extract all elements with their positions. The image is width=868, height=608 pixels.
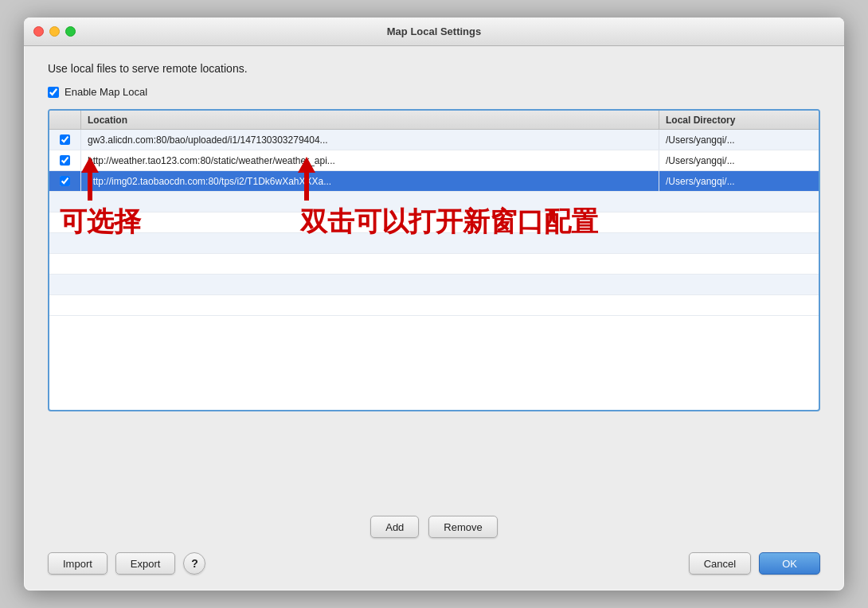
export-button[interactable]: Export bbox=[115, 552, 176, 575]
add-remove-row: Add Remove bbox=[48, 516, 820, 538]
content-area: Use local files to serve remote location… bbox=[24, 46, 844, 590]
table-row-empty[interactable] bbox=[49, 192, 819, 212]
titlebar: Map Local Settings bbox=[24, 18, 844, 46]
window-title: Map Local Settings bbox=[387, 25, 481, 37]
enable-label: Enable Map Local bbox=[65, 86, 147, 98]
row-checkbox[interactable] bbox=[49, 130, 81, 150]
enable-row: Enable Map Local bbox=[48, 86, 820, 98]
table-row-empty[interactable] bbox=[49, 254, 819, 275]
table-row[interactable]: http://img02.taobaocdn.com:80/tps/i2/T1D… bbox=[49, 171, 819, 192]
row-directory-1: /Users/yangqi/... bbox=[659, 130, 819, 150]
table-row[interactable]: gw3.alicdn.com:80/bao/uploaded/i1/147130… bbox=[49, 130, 819, 150]
th-directory: Local Directory bbox=[659, 111, 819, 129]
row-check-1[interactable] bbox=[60, 134, 70, 145]
add-button[interactable]: Add bbox=[370, 516, 419, 538]
table-wrapper: Location Local Directory gw3.alicdn.com:… bbox=[48, 109, 820, 503]
minimize-button[interactable] bbox=[49, 26, 60, 37]
row-directory-3: /Users/yangqi/... bbox=[659, 171, 819, 191]
help-button[interactable]: ? bbox=[183, 552, 205, 575]
ok-button[interactable]: OK bbox=[759, 552, 820, 575]
row-checkbox[interactable] bbox=[49, 150, 81, 170]
mapping-table: Location Local Directory gw3.alicdn.com:… bbox=[48, 109, 820, 411]
enable-checkbox[interactable] bbox=[48, 87, 59, 98]
row-location-1: gw3.alicdn.com:80/bao/uploaded/i1/147130… bbox=[81, 130, 659, 150]
table-row-empty[interactable] bbox=[49, 233, 819, 254]
th-checkbox bbox=[49, 111, 81, 129]
maximize-button[interactable] bbox=[65, 26, 76, 37]
row-location-3: http://img02.taobaocdn.com:80/tps/i2/T1D… bbox=[81, 171, 659, 191]
table-header: Location Local Directory bbox=[49, 111, 819, 130]
table-row-empty[interactable] bbox=[49, 212, 819, 233]
bottom-section: Add Remove Import Export ? Cancel OK bbox=[48, 516, 820, 575]
table-row[interactable]: http://weather.tao123.com:80/static/weat… bbox=[49, 150, 819, 171]
table-row-empty[interactable] bbox=[49, 295, 819, 316]
description-text: Use local files to serve remote location… bbox=[48, 62, 820, 75]
row-directory-2: /Users/yangqi/... bbox=[659, 150, 819, 170]
table-row-empty[interactable] bbox=[49, 275, 819, 295]
traffic-lights bbox=[33, 26, 76, 37]
row-check-3[interactable] bbox=[60, 176, 70, 186]
close-button[interactable] bbox=[33, 26, 44, 37]
main-window: Map Local Settings Use local files to se… bbox=[24, 18, 844, 590]
import-button[interactable]: Import bbox=[48, 552, 108, 575]
table-body: gw3.alicdn.com:80/bao/uploaded/i1/147130… bbox=[49, 130, 819, 316]
footer-right: Cancel OK bbox=[689, 552, 820, 575]
footer-row: Import Export ? Cancel OK bbox=[48, 549, 820, 575]
footer-left: Import Export ? bbox=[48, 552, 205, 575]
cancel-button[interactable]: Cancel bbox=[689, 552, 751, 575]
th-location: Location bbox=[81, 111, 659, 129]
row-location-2: http://weather.tao123.com:80/static/weat… bbox=[81, 150, 659, 170]
row-checkbox[interactable] bbox=[49, 171, 81, 191]
remove-button[interactable]: Remove bbox=[428, 516, 497, 538]
row-check-2[interactable] bbox=[60, 155, 70, 166]
